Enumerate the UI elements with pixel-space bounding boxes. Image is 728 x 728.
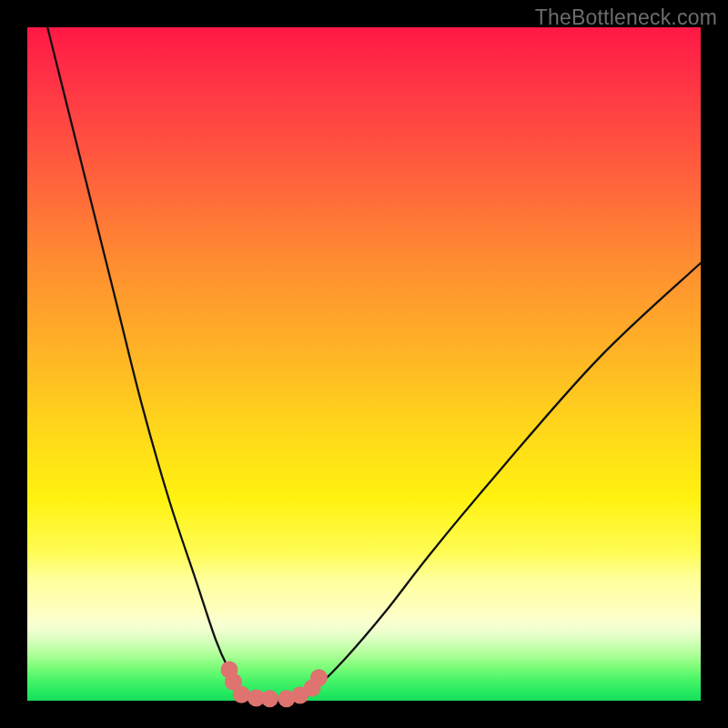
left-curve (47, 27, 283, 702)
right-curve (283, 263, 701, 702)
data-marker (310, 669, 328, 686)
chart-svg (27, 27, 701, 701)
chart-area (27, 27, 701, 701)
watermark-text: TheBottleneck.com (535, 5, 717, 30)
marker-group (221, 661, 328, 707)
data-marker (261, 690, 278, 707)
data-marker (233, 686, 250, 703)
